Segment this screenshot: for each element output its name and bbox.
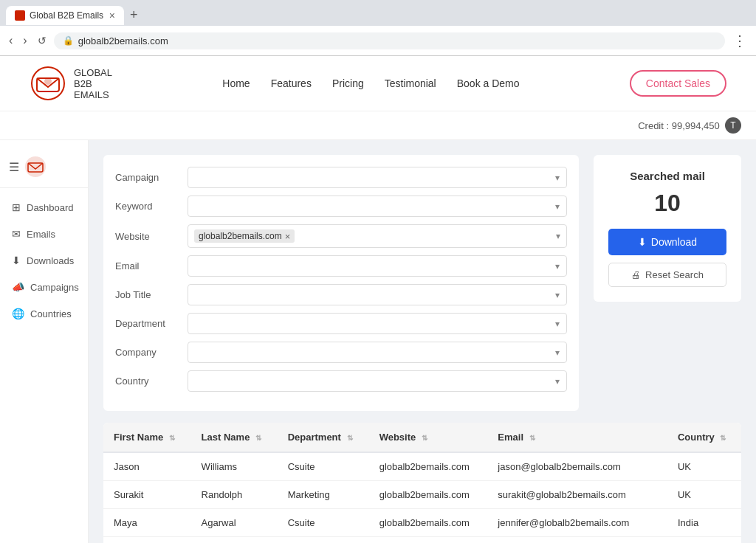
tab-bar: Global B2B Emails × +	[0, 0, 756, 26]
address-text: globalb2bemails.com	[78, 35, 168, 46]
sidebar: ☰ ⊞ Dashboard ✉ Emails ⬇ Downloads �	[0, 140, 89, 543]
top-nav: GLOBAL B2B EMAILS Home Features Pricing …	[0, 56, 756, 111]
search-panel: Campaign Keyword	[103, 155, 579, 411]
sort-icon-email: ⇅	[529, 434, 535, 442]
browser-menu-button[interactable]: ⋮	[729, 30, 750, 51]
lock-icon: 🔒	[63, 35, 74, 46]
cell-first: Surakit	[103, 481, 191, 509]
reset-search-button[interactable]: 🖨 Reset Search	[608, 263, 726, 287]
app-body: ☰ ⊞ Dashboard ✉ Emails ⬇ Downloads �	[0, 140, 756, 543]
sort-icon-department: ⇅	[347, 434, 353, 442]
tab-close-icon[interactable]: ×	[109, 10, 115, 21]
cell-email: surakit@globalb2bemails.com	[487, 481, 667, 509]
active-tab[interactable]: Global B2B Emails ×	[6, 6, 124, 25]
table-scroll: First Name ⇅ Last Name ⇅ Department ⇅	[103, 423, 741, 543]
country-label: Country	[115, 376, 182, 387]
table-row: ChristopherMargaroliSalesglobalb2bemails…	[103, 537, 741, 544]
table-row: MayaAgarwalCsuiteglobalb2bemails.comjenn…	[103, 509, 741, 537]
job-title-select[interactable]	[188, 284, 567, 305]
cell-country: India	[667, 509, 741, 537]
logo-area: GLOBAL B2B EMAILS	[30, 65, 112, 102]
job-title-select-wrapper[interactable]	[188, 284, 567, 305]
download-button[interactable]: ⬇ Download	[608, 229, 726, 255]
country-select-wrapper[interactable]	[188, 370, 567, 392]
sort-icon-website: ⇅	[422, 434, 427, 442]
sort-icon-lastname: ⇅	[255, 434, 261, 442]
dashboard-icon: ⊞	[12, 201, 21, 213]
reload-button[interactable]: ↺	[35, 33, 49, 48]
sidebar-item-dashboard[interactable]: ⊞ Dashboard	[0, 194, 88, 221]
keyword-select[interactable]	[188, 196, 567, 217]
website-tag: globalb2bemails.com ×	[194, 229, 295, 243]
keyword-select-wrapper[interactable]	[188, 196, 567, 217]
app-wrapper: GLOBAL B2B EMAILS Home Features Pricing …	[0, 56, 756, 543]
email-select-wrapper[interactable]	[188, 255, 567, 277]
cell-website: globalb2bemails.com	[369, 481, 488, 509]
col-department[interactable]: Department ⇅	[278, 423, 369, 452]
logo-text: GLOBAL B2B EMAILS	[74, 67, 112, 100]
logo-b2b: B2B	[74, 78, 112, 89]
website-tags: globalb2bemails.com ×	[194, 229, 295, 243]
hamburger-icon[interactable]: ☰	[9, 160, 19, 174]
remove-website-tag-icon[interactable]: ×	[285, 232, 291, 241]
nav-features[interactable]: Features	[271, 77, 312, 89]
cell-country: UK	[667, 452, 741, 481]
col-first-name[interactable]: First Name ⇅	[103, 423, 191, 452]
cell-country: USA	[667, 537, 741, 544]
sidebar-item-campaigns[interactable]: 📣 Campaigns	[0, 274, 88, 300]
sort-icon-firstname: ⇅	[169, 434, 175, 442]
company-select[interactable]	[188, 342, 567, 363]
browser-controls: ‹ › ↺ 🔒 globalb2bemails.com ⋮	[0, 26, 756, 56]
sidebar-item-countries[interactable]: 🌐 Countries	[0, 300, 88, 327]
cell-dept: Csuite	[278, 509, 369, 537]
department-select[interactable]	[188, 313, 567, 334]
sidebar-label-countries: Countries	[30, 308, 72, 319]
col-email[interactable]: Email ⇅	[487, 423, 667, 452]
filter-row-department: Department	[115, 313, 567, 334]
tab-title: Global B2B Emails	[30, 10, 105, 21]
col-website[interactable]: Website ⇅	[369, 423, 488, 452]
filter-row-campaign: Campaign	[115, 167, 567, 188]
address-bar[interactable]: 🔒 globalb2bemails.com	[54, 32, 725, 49]
email-label: Email	[115, 260, 182, 272]
campaign-label: Campaign	[115, 172, 182, 183]
nav-home[interactable]: Home	[222, 77, 250, 89]
results-panel: Searched mail 10 ⬇ Download 🖨 Reset Sear…	[594, 155, 741, 302]
filter-row-job-title: Job Title	[115, 284, 567, 305]
sidebar-item-emails[interactable]: ✉ Emails	[0, 221, 88, 247]
cell-first: Christopher	[103, 537, 191, 544]
back-button[interactable]: ‹	[6, 32, 16, 49]
nav-pricing[interactable]: Pricing	[332, 77, 364, 89]
table-header-row: First Name ⇅ Last Name ⇅ Department ⇅	[103, 423, 741, 452]
logo-global: GLOBAL	[74, 67, 112, 78]
cell-last: Agarwal	[191, 509, 278, 537]
search-layout: Campaign Keyword	[103, 155, 741, 411]
col-last-name[interactable]: Last Name ⇅	[191, 423, 278, 452]
cell-email: jennifer@globalb2bemails.com	[487, 509, 667, 537]
contact-sales-button[interactable]: Contact Sales	[630, 70, 726, 97]
campaign-select[interactable]	[188, 167, 567, 188]
nav-links: Home Features Pricing Testimonial Book a…	[222, 77, 519, 89]
department-select-wrapper[interactable]	[188, 313, 567, 334]
campaign-select-wrapper[interactable]	[188, 167, 567, 188]
sidebar-label-emails: Emails	[27, 229, 55, 240]
sidebar-item-downloads[interactable]: ⬇ Downloads	[0, 247, 88, 274]
nav-testimonial[interactable]: Testimonial	[385, 77, 436, 89]
filter-row-website: Website globalb2bemails.com × ▾	[115, 224, 567, 248]
cell-first: Maya	[103, 509, 191, 537]
new-tab-button[interactable]: +	[124, 4, 144, 26]
email-select[interactable]	[188, 255, 567, 277]
countries-icon: 🌐	[12, 308, 24, 319]
nav-book-demo[interactable]: Book a Demo	[457, 77, 520, 89]
website-input[interactable]: globalb2bemails.com × ▾	[188, 224, 567, 248]
filter-row-email: Email	[115, 255, 567, 277]
country-select[interactable]	[188, 370, 567, 392]
cell-website: globalb2bemails.com	[369, 509, 488, 537]
cell-email: jason@globalb2bemails.com	[487, 452, 667, 481]
table-row: JasonWilliamsCsuiteglobalb2bemails.comja…	[103, 452, 741, 481]
sidebar-label-campaigns: Campaigns	[30, 282, 79, 293]
company-select-wrapper[interactable]	[188, 342, 567, 363]
forward-button[interactable]: ›	[20, 32, 30, 49]
department-label: Department	[115, 318, 182, 329]
col-country[interactable]: Country ⇅	[667, 423, 741, 452]
